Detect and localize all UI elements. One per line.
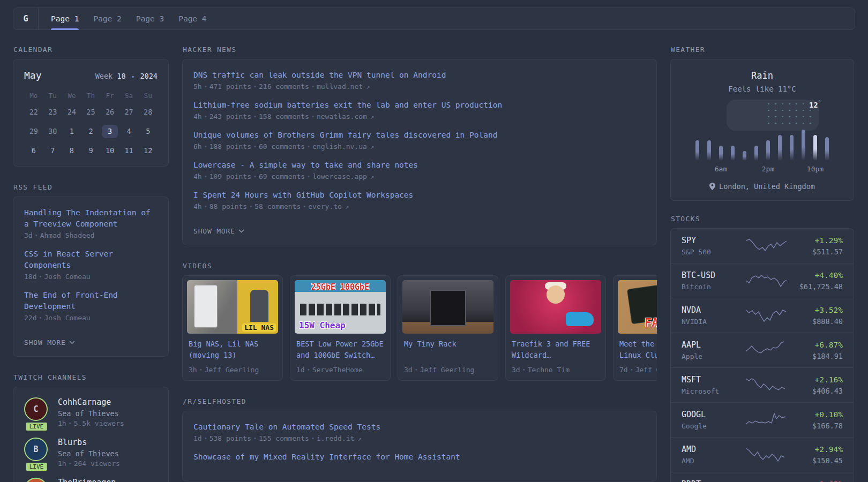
video-meta: 1d•ServeTheHome — [296, 366, 384, 374]
external-link-icon: ↗ — [367, 114, 374, 120]
show-more-button[interactable]: SHOW MORE — [24, 338, 75, 347]
stock-name: S&P 500 — [682, 248, 745, 256]
tab-page-1[interactable]: Page 1 — [51, 8, 79, 29]
avatar[interactable]: C — [24, 397, 48, 421]
right-column: WEATHER Rain Feels like 11°C 12° 6am2pm1… — [670, 46, 854, 482]
page-tabs: Page 1Page 2Page 3Page 4 — [39, 8, 207, 29]
twitch-channel-name[interactable]: CohhCarnage — [58, 397, 124, 407]
video-thumbnail[interactable]: LIL NAS — [187, 280, 278, 334]
tab-page-3[interactable]: Page 3 — [136, 8, 164, 29]
stock-ticker: MSFT — [682, 375, 745, 385]
video-thumbnail[interactable]: 25GbE 100GbE15W Cheap — [295, 280, 386, 334]
rss-header: RSS FEED — [13, 183, 169, 191]
dot-separator: • — [36, 274, 44, 280]
calendar-day: 4 — [119, 125, 139, 138]
video-channel: Jeff Geerling — [635, 366, 657, 374]
reddit-card: Cautionary Tale on Automated Speed Tests… — [182, 411, 657, 481]
meta-part: 1h — [58, 419, 66, 427]
rss-item-title[interactable]: CSS in React Server Components — [24, 248, 158, 271]
twitch-card: CLIVECohhCarnageSea of Thieves1h•5.5k vi… — [13, 387, 169, 482]
dot-separator: • — [628, 367, 635, 373]
stock-price: $184.91 — [788, 352, 843, 360]
hn-item-title[interactable]: Lowercase - A simple way to take and sha… — [193, 160, 646, 171]
app-logo[interactable]: G — [13, 8, 39, 29]
calendar-day: 22 — [24, 106, 43, 119]
dot-separator: • — [202, 174, 209, 179]
meta-part: 3d — [512, 366, 520, 374]
stock-sparkline — [745, 272, 788, 290]
hacker-news-card: DNS traffic can leak outside the VPN tun… — [182, 59, 657, 245]
rss-item-title[interactable]: The End of Front-End Development — [24, 290, 158, 312]
stock-name: AMD — [682, 457, 745, 465]
stock-row: SPYS&P 500+1.29%$511.57 — [671, 229, 854, 263]
stock-change: +2.16% — [788, 375, 843, 384]
video-title[interactable]: BEST Low Power 25GbE and 100GbE Switch… — [296, 338, 384, 361]
stock-sparkline — [745, 411, 788, 429]
rss-item-title[interactable]: Handling The Indentation of a Treeview C… — [24, 207, 158, 230]
calendar-header: CALENDAR — [13, 46, 169, 54]
reddit-item-title[interactable]: Cautionary Tale on Automated Speed Tests — [193, 421, 646, 433]
hacker-news-widget: HACKER NEWS DNS traffic can leak outside… — [182, 46, 657, 245]
video-thumbnail[interactable] — [402, 280, 493, 334]
reddit-item-title[interactable]: Showcase of my Mixed Reality Interface f… — [193, 451, 646, 463]
video-meta: 7d•Jeff Geerling — [619, 366, 657, 374]
meta-part: 58 comments — [255, 202, 301, 210]
video-title[interactable]: Traefik 3 and FREE Wildcard… — [512, 338, 600, 361]
weather-bar — [707, 140, 711, 161]
chevron-down-icon — [238, 229, 244, 233]
source-domain-link[interactable]: mullvad.net ↗ — [317, 82, 370, 91]
weather-location: London, United Kingdom — [682, 182, 843, 191]
dot-separator: • — [309, 114, 317, 119]
stock-ticker: NVDA — [682, 305, 745, 315]
avatar[interactable] — [24, 478, 48, 482]
source-domain-link[interactable]: english.nv.ua ↗ — [312, 142, 374, 150]
twitch-channel-name[interactable]: Blurbs — [58, 438, 120, 447]
weather-bar — [743, 151, 746, 161]
videos-header: VIDEOS — [183, 262, 657, 270]
avatar[interactable]: B — [24, 438, 48, 461]
twitch-channel-name[interactable]: ThePrimeagen — [58, 478, 116, 482]
stock-price: $888.40 — [788, 317, 843, 326]
source-domain-link[interactable]: i.redd.it ↗ — [317, 434, 362, 442]
calendar-weekday: Su — [138, 92, 158, 100]
twitch-channel-row: BLIVEBlurbsSea of Thieves1h•264 viewers — [24, 438, 158, 468]
rss-card: Handling The Indentation of a Treeview C… — [13, 197, 169, 357]
dot-separator: • — [202, 204, 209, 209]
source-domain-link[interactable]: every.to ↗ — [308, 202, 349, 210]
weather-bar — [695, 140, 699, 161]
show-more-button[interactable]: SHOW MORE — [193, 227, 244, 235]
video-channel: ServeTheHome — [312, 366, 363, 374]
rss-item: Handling The Indentation of a Treeview C… — [24, 207, 158, 239]
rss-item: The End of Front-End Development22d•Josh… — [24, 290, 158, 322]
meta-part: 3d — [24, 231, 33, 239]
source-domain-link[interactable]: newatlas.com ↗ — [317, 112, 374, 120]
video-thumbnail[interactable]: FAS — [618, 280, 657, 334]
external-link-icon: ↗ — [354, 435, 361, 442]
weather-bar — [731, 146, 735, 161]
dot-separator: • — [66, 420, 74, 426]
video-card: FASMeet the Linux Clu7d•Jeff Geerling — [613, 275, 657, 381]
calendar-weekday: Sa — [119, 92, 139, 100]
hn-item-title[interactable]: Lithium-free sodium batteries exit the l… — [193, 100, 646, 111]
dot-separator: • — [66, 461, 74, 466]
dot-separator: • — [202, 84, 209, 89]
calendar-weekday: Mo — [24, 92, 43, 100]
dot-separator: • — [301, 204, 308, 209]
calendar-day: 23 — [43, 106, 63, 119]
dot-separator: • — [309, 435, 317, 441]
video-title[interactable]: My Tiny Rack — [404, 338, 492, 361]
calendar-card: May Week 18 • 2024 MoTuWeThFrSaSu2223242… — [13, 59, 169, 167]
twitch-game: Sea of Thieves — [58, 409, 124, 418]
rss-item-meta: 22d•Josh Comeau — [24, 314, 158, 322]
hn-item-title[interactable]: DNS traffic can leak outside the VPN tun… — [193, 70, 646, 81]
tab-page-2[interactable]: Page 2 — [93, 8, 121, 29]
hn-item-title[interactable]: I Spent 24 Hours with GitHub Copilot Wor… — [193, 190, 646, 201]
source-domain-link[interactable]: lowercase.app ↗ — [312, 172, 374, 180]
stock-sparkline — [745, 446, 788, 464]
video-thumbnail[interactable] — [510, 280, 601, 334]
calendar-day: 26 — [100, 106, 119, 119]
tab-page-4[interactable]: Page 4 — [178, 8, 206, 29]
video-title[interactable]: Big NAS, Lil NAS (moving 13) — [189, 338, 276, 361]
hn-item-title[interactable]: Unique volumes of Brothers Grimm fairy t… — [193, 130, 646, 141]
video-title[interactable]: Meet the Linux Clu — [619, 338, 657, 361]
